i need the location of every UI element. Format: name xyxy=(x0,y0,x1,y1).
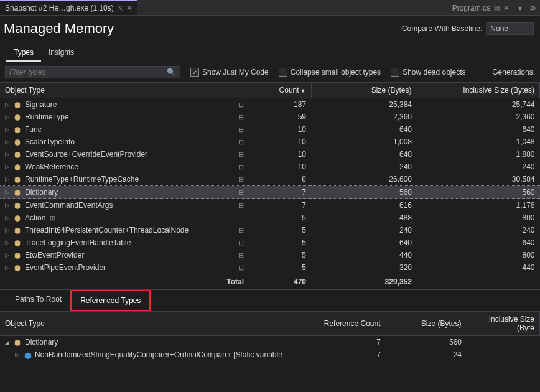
expand-icon[interactable]: ▷ xyxy=(5,114,11,120)
check-show-my-code[interactable]: ✓ Show Just My Code xyxy=(190,68,269,77)
tab-insights[interactable]: Insights xyxy=(41,44,81,62)
col-incl-size[interactable]: Inclusive Size (Byte xyxy=(467,312,540,336)
instances-icon[interactable]: ⊞ xyxy=(234,101,244,109)
cell-count: 10 xyxy=(249,161,311,173)
instances-icon[interactable]: ⊞ xyxy=(234,264,244,272)
sort-desc-icon: ▼ xyxy=(300,88,306,94)
filter-box[interactable]: 🔍 xyxy=(5,66,180,78)
check-show-dead[interactable]: Show dead objects xyxy=(391,68,465,77)
table-row[interactable]: ▷EventCommandEventArgs⊞76161,176 xyxy=(0,199,540,212)
table-row[interactable]: ▷EtwEventProvider⊞5440800 xyxy=(0,249,540,261)
cell-count: 5 xyxy=(249,224,311,236)
instances-icon[interactable]: ⊞ xyxy=(234,202,244,210)
document-tab-snapshot[interactable]: Snapshot #2 He…gh.exe (1.10s) ⇱ ✕ xyxy=(0,0,137,15)
col-count[interactable]: Count▼ xyxy=(249,83,311,98)
expand-icon[interactable]: ▷ xyxy=(5,126,11,133)
close-icon[interactable]: ✕ xyxy=(126,4,133,12)
total-label: Total xyxy=(0,274,249,290)
close-icon[interactable]: ✕ xyxy=(503,4,510,12)
type-name: Action⊞ xyxy=(25,213,55,222)
cell-count: 59 xyxy=(249,111,311,123)
filter-input[interactable] xyxy=(9,68,159,77)
cell-incl: 1,176 xyxy=(417,199,540,212)
tab-paths-to-root[interactable]: Paths To Root xyxy=(6,290,70,311)
col-object-type[interactable]: Object Type xyxy=(0,83,249,98)
cell-ref-count: 7 xyxy=(299,336,386,349)
instances-icon[interactable]: ⊞ xyxy=(234,239,244,247)
table-row[interactable]: ▷Action⊞5488800 xyxy=(0,212,540,224)
type-name: Signature xyxy=(25,100,57,109)
cell-incl: 640 xyxy=(417,123,540,136)
table-row[interactable]: ▷WeakReference⊞10240240 xyxy=(0,161,540,173)
cell-size: 25,384 xyxy=(311,98,417,111)
expand-icon[interactable]: ▷ xyxy=(5,264,11,271)
type-name: ScalarTypeInfo xyxy=(25,138,75,146)
cell-incl: 800 xyxy=(417,212,540,224)
table-row[interactable]: ▷NonRandomizedStringEqualityComparer+Ord… xyxy=(0,348,540,361)
col-size[interactable]: Size (Bytes) xyxy=(311,83,417,98)
class-icon xyxy=(14,101,22,108)
instances-icon[interactable]: ⊞ xyxy=(234,251,244,259)
file-icon: ▤ xyxy=(494,4,500,11)
instances-icon[interactable]: ⊞ xyxy=(234,189,244,197)
col-size[interactable]: Size (Bytes) xyxy=(386,312,467,336)
expand-icon[interactable]: ▷ xyxy=(5,164,11,170)
cell-incl: 240 xyxy=(417,161,540,173)
search-icon[interactable]: 🔍 xyxy=(167,68,176,77)
instances-icon[interactable]: ⊞ xyxy=(45,214,55,222)
expand-icon[interactable]: ◢ xyxy=(5,339,11,345)
cell-count: 5 xyxy=(249,212,311,224)
cell-count: 8 xyxy=(249,173,311,186)
class-icon xyxy=(14,189,22,196)
instances-icon[interactable]: ⊞ xyxy=(234,138,244,146)
expand-icon[interactable]: ▷ xyxy=(5,252,11,258)
col-incl-size[interactable]: Inclusive Size (Bytes) xyxy=(417,83,540,98)
instances-icon[interactable]: ⊞ xyxy=(234,226,244,235)
table-row[interactable]: ▷TraceLoggingEventHandleTable⊞5640640 xyxy=(0,236,540,249)
table-row[interactable]: ▷Signature⊞18725,38425,744 xyxy=(0,98,540,111)
document-tab-program[interactable]: Program.cs ▤ ✕ xyxy=(447,0,514,15)
table-row[interactable]: ▷EventPipeEventProvider⊞5320440 xyxy=(0,261,540,274)
expand-icon[interactable]: ▷ xyxy=(5,176,11,182)
table-row[interactable]: ▷ThreadInt64PersistentCounter+ThreadLoca… xyxy=(0,224,540,236)
table-row[interactable]: ▷Func⊞10640640 xyxy=(0,123,540,136)
expand-icon[interactable]: ▷ xyxy=(5,139,11,145)
cell-size: 616 xyxy=(311,199,417,212)
compare-select[interactable]: None xyxy=(486,22,534,35)
expand-icon[interactable]: ▷ xyxy=(5,202,11,208)
check-collapse-small[interactable]: Collapse small object types xyxy=(279,68,381,77)
table-row[interactable]: ▷RuntimeType⊞592,3602,360 xyxy=(0,111,540,123)
cell-incl: 30,584 xyxy=(417,173,540,186)
instances-icon[interactable]: ⊞ xyxy=(234,113,244,121)
table-row[interactable]: ▷Dictionary⊞7560560 xyxy=(0,186,540,199)
expand-icon[interactable]: ▷ xyxy=(5,227,11,233)
table-row[interactable]: ▷EventSource+OverrideEventProvider⊞10640… xyxy=(0,148,540,161)
expand-icon[interactable]: ▷ xyxy=(5,151,11,157)
table-row[interactable]: ▷ScalarTypeInfo⊞101,0081,048 xyxy=(0,136,540,148)
cell-size: 488 xyxy=(311,212,417,224)
instances-icon[interactable]: ⊞ xyxy=(234,163,244,171)
cell-count: 10 xyxy=(249,136,311,148)
col-ref-count[interactable]: Reference Count xyxy=(299,312,386,336)
class-icon xyxy=(14,175,22,183)
settings-button[interactable]: ⚙ xyxy=(526,0,540,15)
table-row[interactable]: ▷RuntimeType+RuntimeTypeCache⊞826,60030,… xyxy=(0,173,540,186)
tab-overflow[interactable]: ▾ xyxy=(514,0,526,15)
cell-incl xyxy=(467,348,540,361)
table-row[interactable]: ◢Dictionary7560 xyxy=(0,336,540,349)
expand-icon[interactable]: ▷ xyxy=(5,215,11,221)
instances-icon[interactable]: ⊞ xyxy=(234,175,244,184)
pin-icon[interactable]: ⇱ xyxy=(118,5,123,12)
tab-referenced-types[interactable]: Referenced Types xyxy=(70,290,151,311)
expand-icon[interactable]: ▷ xyxy=(15,352,21,358)
instances-icon[interactable]: ⊞ xyxy=(234,151,244,159)
expand-icon[interactable]: ▷ xyxy=(5,189,11,195)
cell-size: 560 xyxy=(386,336,467,349)
cell-count: 5 xyxy=(249,249,311,261)
instances-icon[interactable]: ⊞ xyxy=(234,126,244,134)
col-object-type[interactable]: Object Type xyxy=(0,312,299,336)
expand-icon[interactable]: ▷ xyxy=(5,240,11,246)
tab-types[interactable]: Types xyxy=(6,44,41,62)
expand-icon[interactable]: ▷ xyxy=(5,101,11,108)
type-name: TraceLoggingEventHandleTable xyxy=(25,238,131,247)
